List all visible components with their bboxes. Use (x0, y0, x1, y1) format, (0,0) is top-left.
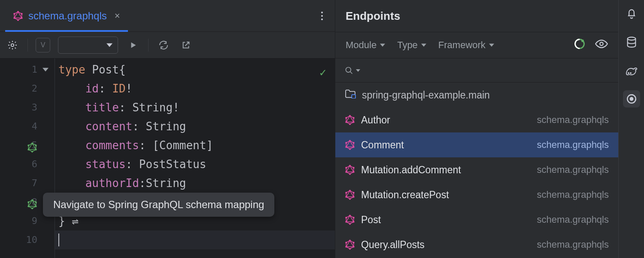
endpoint-row[interactable]: Authorschema.graphqls (335, 108, 618, 132)
endpoint-name: Author (361, 114, 390, 126)
endpoint-name: Post (361, 214, 381, 226)
openapi-icon[interactable] (574, 38, 586, 52)
svg-point-9 (600, 42, 603, 46)
run-config-dropdown[interactable] (58, 37, 118, 54)
editor-gutter: 12345678910 (0, 58, 55, 258)
database-icon[interactable] (623, 34, 640, 51)
tab-overflow-menu[interactable] (314, 8, 330, 24)
editor-toolbar: V (0, 32, 335, 58)
editor-code[interactable]: ✓ type Post{ id: ID! title: String! cont… (55, 58, 335, 258)
editor-pane: schema.graphqls × V (0, 0, 335, 258)
svg-point-10 (346, 67, 351, 72)
endpoint-file: schema.graphqls (537, 239, 609, 250)
endpoint-row[interactable]: Query.allPostsschema.graphqls (335, 232, 618, 257)
gradle-icon[interactable] (623, 62, 640, 79)
svg-point-12 (627, 37, 635, 40)
graphql-icon (345, 140, 355, 150)
graphql-icon (345, 115, 355, 125)
endpoint-file: schema.graphqls (537, 114, 609, 126)
endpoints-module-row[interactable]: spring-graphql-example.main (335, 83, 618, 108)
code-line[interactable]: type Post{ (55, 60, 335, 79)
navigate-tooltip: Navigate to Spring GraphQL schema mappin… (43, 193, 274, 217)
endpoint-file: schema.graphqls (537, 139, 609, 150)
svg-point-6 (11, 43, 14, 46)
gutter-row: 2 (0, 79, 55, 98)
eye-icon[interactable] (595, 39, 608, 51)
graphql-icon (345, 190, 355, 200)
endpoints-filters: Module Type Framework (335, 32, 618, 58)
endpoint-name: Mutation.createPost (361, 189, 449, 201)
endpoint-row[interactable]: Mutation.addCommentschema.graphqls (335, 157, 618, 182)
endpoint-name: Query.allPosts (361, 239, 425, 251)
close-icon[interactable]: × (115, 10, 120, 22)
gear-icon[interactable] (5, 38, 20, 52)
endpoint-row[interactable]: Commentschema.graphqls (335, 132, 618, 157)
fold-icon[interactable] (41, 65, 50, 74)
filter-type[interactable]: Type (397, 40, 426, 51)
endpoint-file: schema.graphqls (537, 189, 609, 200)
editor-body[interactable]: 12345678910 ✓ type Post{ id: ID! title: … (0, 58, 335, 258)
editor-tab-bar: schema.graphqls × (0, 0, 335, 32)
endpoints-tool-icon[interactable] (623, 90, 640, 108)
endpoints-title: Endpoints (335, 0, 618, 32)
view-mode-box[interactable]: V (36, 38, 50, 52)
graphql-icon (13, 11, 23, 21)
svg-point-14 (630, 73, 631, 74)
svg-point-13 (628, 73, 629, 74)
external-link-icon[interactable] (179, 38, 193, 52)
endpoint-row[interactable]: Postschema.graphqls (335, 207, 618, 232)
tab-schema-graphqls[interactable]: schema.graphqls × (5, 0, 128, 31)
graphql-icon (345, 165, 355, 175)
gutter-row: 6 (0, 155, 55, 174)
navigate-icon[interactable] (27, 140, 37, 150)
endpoint-file: schema.graphqls (537, 214, 609, 225)
gutter-row: 7 (0, 174, 55, 193)
gutter-row: 10 (0, 230, 55, 249)
endpoint-name: Comment (361, 139, 404, 151)
code-line[interactable]: authorId:String (55, 174, 335, 193)
gutter-row: 3 (0, 98, 55, 117)
code-line[interactable]: id: ID! (55, 79, 335, 98)
endpoints-list: spring-graphql-example.main Authorschema… (335, 83, 618, 258)
svg-point-8 (581, 40, 584, 42)
filter-framework[interactable]: Framework (438, 40, 494, 51)
endpoint-name: Mutation.addComment (361, 164, 461, 176)
check-icon: ✓ (319, 63, 326, 82)
filter-module[interactable]: Module (346, 40, 385, 51)
right-tool-rail (618, 0, 644, 258)
code-line[interactable]: comments: [Comment] (55, 136, 335, 155)
tab-label: schema.graphqls (28, 10, 107, 22)
code-line[interactable]: status: PostStatus (55, 155, 335, 174)
navigate-icon[interactable] (27, 197, 37, 207)
svg-rect-11 (352, 95, 355, 98)
folder-icon (345, 89, 356, 101)
graphql-icon (345, 240, 355, 250)
gutter-row: 4 (0, 117, 55, 136)
endpoints-pane: Endpoints Module Type Framework (335, 0, 618, 258)
endpoints-search[interactable] (335, 58, 618, 83)
refresh-icon[interactable] (156, 38, 171, 52)
svg-point-16 (630, 98, 633, 101)
gutter-row: 1 (0, 60, 55, 79)
endpoint-row[interactable]: Mutation.createPostschema.graphqls (335, 182, 618, 207)
module-name: spring-graphql-example.main (362, 89, 490, 101)
run-icon[interactable] (126, 38, 140, 52)
code-line[interactable] (55, 230, 335, 249)
bell-icon[interactable] (623, 5, 640, 22)
code-line[interactable]: title: String! (55, 98, 335, 117)
code-line[interactable]: content: String (55, 117, 335, 136)
endpoint-file: schema.graphqls (537, 164, 609, 175)
graphql-icon (345, 215, 355, 225)
gutter-row: 5 (0, 136, 55, 155)
